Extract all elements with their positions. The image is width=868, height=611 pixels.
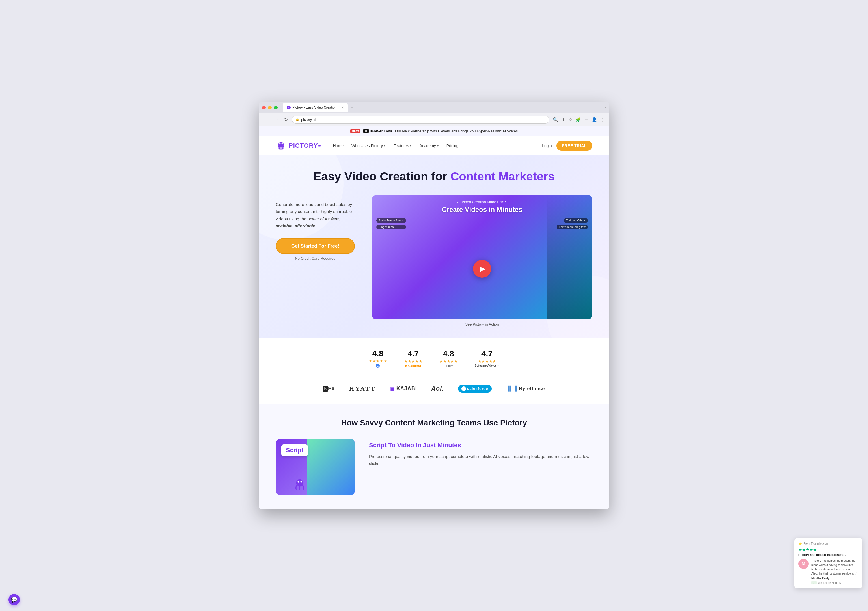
nav-home[interactable]: Home [333,143,344,148]
brand-kajabi: ▣ KAJABI [390,386,417,392]
nav-pricing[interactable]: Pricing [446,143,459,148]
academy-chevron: ▾ [437,144,439,148]
main-nav: PICTORY™ Home Who Uses Pictory ▾ Feature… [259,136,609,155]
eleven-labs-logo: II IIElevenLabs [363,129,392,133]
rating-capterra: 4.7 ★★★★★ ▶ Capterra [404,349,422,367]
new-tab-button[interactable]: + [349,105,355,110]
browser-window: P Pictory - Easy Video Creation... ✕ + ⋯… [259,101,609,509]
address-bar[interactable]: 🔒 pictory.ai [292,116,549,124]
reload-button[interactable]: ↻ [282,116,290,123]
tab-close-button[interactable]: ✕ [341,106,344,109]
script-label: Script [286,447,303,454]
trustpilot-title: Pictory has helped me present... [798,553,859,557]
active-tab[interactable]: P Pictory - Easy Video Creation... ✕ [283,103,348,112]
capterra-logo: Capterra [408,364,421,367]
bookmark-button[interactable]: ☆ [567,116,574,123]
trustpilot-source-icon: ⭐ [798,542,802,545]
login-link[interactable]: Login [542,143,552,148]
how-subtitle: Script To Video In Just Minutes [369,442,592,449]
announcement-bar: NEW II IIElevenLabs Our New Partnership … [259,126,609,136]
trustpilot-content: M "Pictory has helped me present my idea… [798,559,859,585]
feefo-logo: feefo°° [444,364,453,367]
nav-features[interactable]: Features ▾ [393,143,411,148]
nav-who-uses[interactable]: Who Uses Pictory ▾ [352,143,385,148]
video-person-overlay [547,195,592,319]
hero-left: Generate more leads and boost sales by t… [276,195,355,261]
play-button[interactable]: ▶ [473,260,491,278]
trustpilot-author: Mindful Body [811,577,859,580]
menu-button[interactable]: ⋮ [600,116,606,123]
hero-description: Generate more leads and boost sales by t… [276,201,355,230]
url-text: pictory.ai [301,117,316,122]
rating-feefo: 4.8 ★★★★★ feefo°° [439,349,458,367]
window-controls: ⋯ [603,106,606,109]
trustpilot-header: ⭐ From Trustpilot.com [798,542,859,545]
how-image: Script [276,439,355,495]
how-content: Script [276,439,592,495]
svg-point-4 [282,144,282,144]
back-button[interactable]: ← [262,116,270,123]
trustpilot-source-label: From Trustpilot.com [803,542,828,545]
g2-source: G [369,364,387,368]
profile-button[interactable]: 👤 [591,116,598,123]
capterra-source: ▶ Capterra [404,364,422,367]
trustpilot-text-block: "Pictory has helped me present my ideas … [811,559,859,585]
trustpilot-verified: ✓ Verified by Nudgify [811,581,859,585]
hero-body: Generate more leads and boost sales by t… [276,195,592,326]
trustpilot-widget: ⭐ From Trustpilot.com ★★★★★ Pictory has … [795,538,862,588]
rating-g2: 4.8 ★★★★★ G [369,349,387,368]
forward-button[interactable]: → [272,116,280,123]
capterra-arrow-icon: ▶ [405,364,408,367]
feefo-stars: ★★★★★ [439,359,458,364]
video-tags-left: Social Media Shorts Blog Videos [376,218,406,229]
brand-salesforce: salesforce [458,385,491,393]
see-in-action[interactable]: See Pictory in Action [372,322,592,326]
octopus-logo-icon [276,140,287,151]
announcement-message: Our New Partnership with ElevenLabs Brin… [395,129,518,133]
capterra-score: 4.7 [404,349,422,358]
chat-widget[interactable]: 💬 [8,594,20,605]
browser-titlebar: P Pictory - Easy Video Creation... ✕ + ⋯ [259,101,609,113]
how-title: How Savvy Content Marketing Teams Use Pi… [276,418,592,428]
nav-actions: Login FREE TRIAL [542,141,592,151]
chat-icon: 💬 [11,597,17,603]
new-badge: NEW [350,129,361,133]
software-advice-source: Software Advice™ [475,364,499,367]
extensions-button[interactable]: 🧩 [575,116,582,123]
tab-bar: P Pictory - Easy Video Creation... ✕ + [283,103,600,112]
sidebar-button[interactable]: ▭ [583,116,589,123]
brand-hyatt: HYATT [349,385,376,392]
brands-section: bFX HYATT ▣ KAJABI Aol. salesforce ▐▌▐ B… [259,379,609,404]
software-advice-logo: Software Advice™ [475,364,499,367]
hero-cta-button[interactable]: Get Started For Free! [276,238,355,254]
share-button[interactable]: ⬆ [560,116,566,123]
search-toolbar-button[interactable]: 🔍 [552,116,559,123]
octopus-decoration [293,477,307,493]
brand-webfx: bFX [323,385,335,392]
close-window-button[interactable] [262,106,266,109]
free-trial-button[interactable]: FREE TRIAL [556,141,592,151]
nav-academy[interactable]: Academy ▾ [419,143,438,148]
brand-aol: Aol. [431,385,444,392]
capterra-stars: ★★★★★ [404,359,422,364]
rating-software-advice: 4.7 ★★★★★ Software Advice™ [475,349,499,367]
tab-title: Pictory - Easy Video Creation... [292,106,339,109]
hero-section: Easy Video Creation for Content Marketer… [259,155,609,337]
hero-right: AI Video Creation Made EASY Create Video… [372,195,592,326]
features-chevron: ▾ [410,144,411,148]
salesforce-icon [462,386,466,391]
feefo-score: 4.8 [439,349,458,358]
how-section: How Savvy Content Marketing Teams Use Pi… [259,404,609,510]
trustpilot-stars: ★★★★★ [798,547,859,552]
minimize-window-button[interactable] [268,106,272,109]
svg-point-3 [280,144,281,144]
maximize-window-button[interactable] [274,106,277,109]
nav-logo[interactable]: PICTORY™ [276,140,322,151]
feefo-source: feefo°° [439,364,458,367]
ratings-section: 4.8 ★★★★★ G 4.7 ★★★★★ ▶ Capterra 4.8 ★★★… [259,338,609,379]
tab-favicon: P [287,106,291,109]
g2-stars: ★★★★★ [369,359,387,363]
svg-point-6 [298,481,299,482]
play-icon: ▶ [480,265,485,273]
video-preview[interactable]: AI Video Creation Made EASY Create Video… [372,195,592,319]
